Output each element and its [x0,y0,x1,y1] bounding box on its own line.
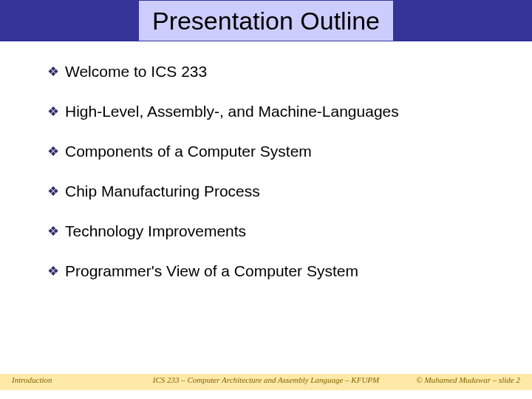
diamond-bullet-icon: ❖ [47,62,59,81]
list-item: ❖ Technology Improvements [47,222,488,241]
title-bar: Presentation Outline [0,0,532,41]
list-item: ❖ Chip Manufacturing Process [47,182,488,201]
item-text: Welcome to ICS 233 [65,62,207,81]
item-text: Technology Improvements [65,222,246,241]
footer: Introduction ICS 233 – Computer Architec… [0,371,532,389]
list-item: ❖ High-Level, Assembly-, and Machine-Lan… [47,102,488,121]
diamond-bullet-icon: ❖ [47,262,59,281]
content-area: ❖ Welcome to ICS 233 ❖ High-Level, Assem… [0,41,532,281]
slide-title: Presentation Outline [139,1,393,41]
list-item: ❖ Components of a Computer System [47,142,488,161]
footer-right: © Muhamed Mudawar – slide 2 [416,375,520,384]
diamond-bullet-icon: ❖ [47,142,59,161]
list-item: ❖ Welcome to ICS 233 [47,62,488,81]
item-text: High-Level, Assembly-, and Machine-Langu… [65,102,399,121]
diamond-bullet-icon: ❖ [47,102,59,121]
diamond-bullet-icon: ❖ [47,222,59,241]
diamond-bullet-icon: ❖ [47,182,59,201]
footer-left: Introduction [12,375,52,384]
list-item: ❖ Programmer's View of a Computer System [47,262,488,281]
item-text: Chip Manufacturing Process [65,182,260,201]
item-text: Programmer's View of a Computer System [65,262,358,281]
item-text: Components of a Computer System [65,142,312,161]
